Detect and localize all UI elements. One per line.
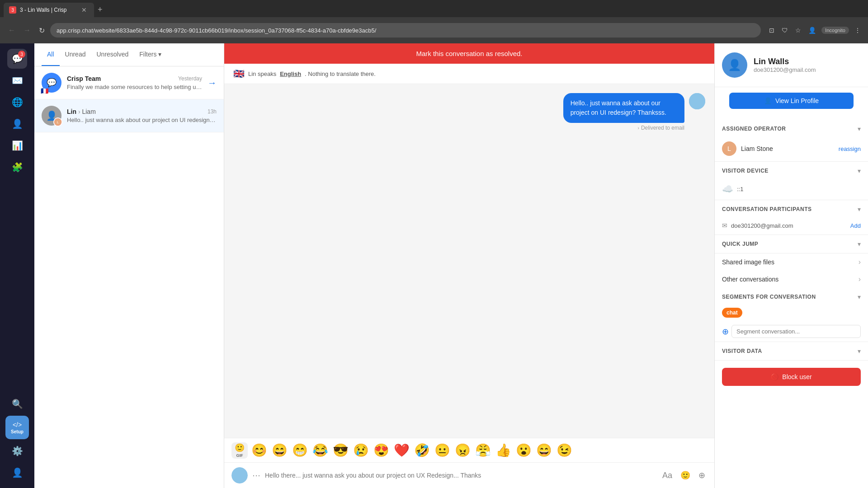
assigned-operator-header[interactable]: ASSIGNED OPERATOR ▾: [715, 120, 868, 138]
lin-content: Lin › Liam 13h Hello.. just wanna ask ab…: [67, 108, 217, 123]
conversation-list: All Unread Unresolved Filters ▾ 💬 🇫🇷 Cri…: [34, 43, 224, 488]
emoji-rofl[interactable]: 🤣: [413, 442, 431, 459]
refresh-button[interactable]: ↻: [36, 24, 47, 37]
user-icon: 👤: [764, 97, 772, 104]
cast-icon[interactable]: ⊡: [767, 25, 776, 36]
active-tab[interactable]: 3 3 - Lin Walls | Crisp ✕: [4, 3, 94, 17]
resolve-banner[interactable]: Mark this conversation as resolved.: [224, 43, 714, 64]
other-conversations-arrow: ›: [859, 275, 861, 283]
other-conversations-row[interactable]: Other conversations ›: [715, 271, 868, 288]
sidebar-icon-settings[interactable]: ⚙️: [7, 441, 27, 461]
profile-avatar-icon: 👤: [728, 59, 741, 71]
bookmark-icon[interactable]: ☆: [793, 25, 803, 36]
participant-row: ✉ doe301200@gmail.com Add: [722, 222, 861, 229]
profile-icon[interactable]: 👤: [807, 25, 818, 36]
quick-jump-header[interactable]: QUICK JUMP ▾: [715, 235, 868, 253]
emoji-lol[interactable]: 😂: [311, 442, 329, 459]
back-button[interactable]: ←: [5, 24, 18, 36]
visitor-data-title: VISITOR DATA: [722, 348, 762, 354]
participant-email: doe301200@gmail.com: [731, 222, 793, 229]
emoji-btn[interactable]: 🙂: [679, 469, 692, 482]
emoji-cool[interactable]: 😎: [332, 442, 349, 459]
segment-input-row: ⊕: [715, 321, 868, 342]
segment-tag-chat[interactable]: chat: [722, 308, 742, 318]
message-delivery-status: › Delivered to email: [638, 125, 684, 131]
tab-filters[interactable]: Filters ▾: [134, 43, 167, 66]
menu-icon[interactable]: ⋮: [853, 25, 863, 36]
emoji-cry[interactable]: 😢: [352, 442, 370, 459]
sidebar-icon-user-profile[interactable]: 👤: [7, 463, 27, 483]
emoji-joyful[interactable]: 😄: [535, 442, 553, 459]
sidebar-icon-users[interactable]: 👤: [7, 114, 27, 134]
emoji-wow[interactable]: 😮: [515, 442, 533, 459]
sidebar-icon-globe[interactable]: 🌐: [7, 92, 27, 112]
sidebar-icon-analytics[interactable]: 📊: [7, 136, 27, 155]
visitor-device-chevron: ▾: [858, 167, 861, 174]
conversation-participants-section: CONVERSATION PARTICIPANTS ▾ ✉ doe301200@…: [715, 200, 868, 235]
segments-title: SEGMENTS FOR CONVERSATION: [722, 294, 816, 300]
chat-input-field[interactable]: [265, 472, 656, 479]
other-conversations-label: Other conversations: [722, 276, 778, 283]
font-size-btn[interactable]: Aa: [660, 469, 674, 482]
message-row-outgoing: Hello.. just wanna ask about our project…: [233, 93, 705, 131]
sidebar-icon-chat[interactable]: 💬 3: [7, 49, 27, 69]
lin-avatar: 👤 L: [42, 106, 61, 126]
forward-button[interactable]: →: [21, 24, 33, 36]
sidebar-icon-setup[interactable]: </> Setup: [5, 416, 29, 439]
emoji-grin[interactable]: 😄: [271, 442, 288, 459]
tab-favicon: 3: [9, 6, 16, 14]
visitor-data-chevron: ▾: [858, 347, 861, 355]
segment-input-field[interactable]: [731, 325, 861, 338]
emoji-thumbsup[interactable]: 👍: [495, 442, 512, 459]
conversation-item-crisp-team[interactable]: 💬 🇫🇷 Crisp Team Yesterday Finally we mad…: [34, 66, 224, 99]
profile-name: Lin Walls: [754, 57, 816, 66]
new-tab-button[interactable]: +: [94, 2, 106, 17]
incognito-badge: Incognito: [821, 27, 849, 34]
add-participant-link[interactable]: Add: [850, 222, 861, 229]
close-tab-btn[interactable]: ✕: [81, 6, 87, 14]
reassign-link[interactable]: reassign: [839, 145, 861, 152]
sidebar-icon-search[interactable]: 🔍: [7, 394, 27, 414]
visitor-device-header[interactable]: VISITOR DEVICE ▾: [715, 162, 868, 180]
tab-unread[interactable]: Unread: [60, 43, 91, 66]
lin-time: 13h: [208, 108, 217, 115]
search-icon: 🔍: [12, 399, 23, 409]
lin-header: Lin › Liam 13h: [67, 108, 217, 115]
app-container: 💬 3 ✉️ 🌐 👤 📊 🧩 🔍 </> Setup ⚙️ 👤: [0, 43, 868, 488]
emoji-angry[interactable]: 😠: [454, 442, 472, 459]
conversation-participants-header[interactable]: CONVERSATION PARTICIPANTS ▾: [715, 200, 868, 218]
segments-header[interactable]: SEGMENTS FOR CONVERSATION ▾: [715, 288, 868, 306]
shield-icon[interactable]: 🛡: [780, 25, 790, 36]
email-icon: ✉: [722, 222, 727, 229]
block-user-button[interactable]: 🚫 Block user: [722, 368, 861, 386]
gear-icon: ⚙️: [12, 446, 23, 456]
crisp-team-preview: Finally we made some resources to help s…: [67, 84, 202, 90]
view-profile-button[interactable]: 👤 View Lin Profile: [729, 93, 854, 109]
more-options-btn[interactable]: ⋯: [252, 470, 260, 480]
conversation-item-lin[interactable]: 👤 L Lin › Liam 13h Hello.. just wanna as…: [34, 99, 224, 132]
assigned-operator-chevron: ▾: [858, 125, 861, 132]
sidebar-icon-plugins[interactable]: 🧩: [7, 157, 27, 177]
emoji-selector-button[interactable]: 🙂 GIF: [231, 442, 248, 459]
emoji-wink[interactable]: 😉: [556, 442, 573, 459]
shared-images-row[interactable]: Shared image files ›: [715, 253, 868, 271]
tab-unresolved[interactable]: Unresolved: [91, 43, 134, 66]
emoji-heart[interactable]: ❤️: [393, 442, 410, 459]
emoji-love[interactable]: 😍: [373, 442, 390, 459]
address-bar[interactable]: [50, 23, 761, 38]
emoji-smile[interactable]: 😊: [250, 442, 268, 459]
segments-section: SEGMENTS FOR CONVERSATION ▾ chat ⊕: [715, 288, 868, 342]
tab-all[interactable]: All: [42, 43, 60, 66]
emoji-neutral[interactable]: 😐: [434, 442, 451, 459]
emoji-rage[interactable]: 😤: [474, 442, 492, 459]
crisp-team-time: Yesterday: [178, 75, 202, 82]
add-attachment-btn[interactable]: ⊕: [697, 469, 707, 482]
avatar-flag: 🇫🇷: [41, 87, 49, 94]
sidebar-icon-inbox[interactable]: ✉️: [7, 70, 27, 90]
emoji-happy[interactable]: 😁: [291, 442, 309, 459]
crisp-team-avatar: 💬 🇫🇷: [42, 73, 61, 93]
profile-header: 👤 Lin Walls doe301200@gmail.com: [715, 43, 868, 87]
forward-arrow-icon: →: [208, 78, 217, 88]
visitor-data-header[interactable]: VISITOR DATA ▾: [715, 342, 868, 360]
language-link[interactable]: English: [280, 70, 301, 77]
